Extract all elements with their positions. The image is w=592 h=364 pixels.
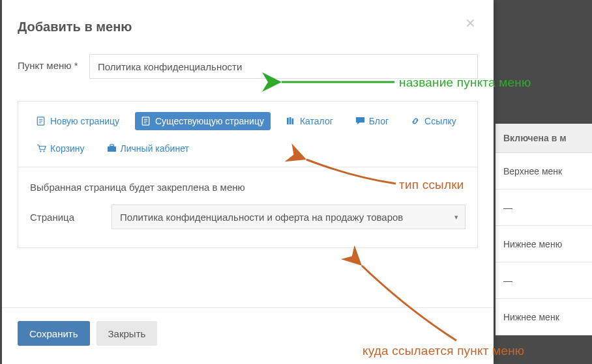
link-type-panel: Новую страницу Существующую страницу Кат… [18, 101, 478, 248]
tab-label: Ссылку [424, 116, 456, 126]
close-icon[interactable]: × [466, 14, 475, 31]
tab-label: Каталог [300, 116, 333, 126]
annotation-link-type: тип ссылки [399, 178, 464, 192]
page-select-value: Политика конфиденциальности и оферта на … [120, 212, 403, 223]
link-type-tabs: Новую страницу Существующую страницу Кат… [18, 102, 477, 167]
briefcase-icon [107, 144, 117, 153]
background-table: Включена в м Верхнее менк — Нижнее меню … [496, 124, 592, 335]
tab-existing-page[interactable]: Существующую страницу [135, 112, 271, 130]
link-icon [411, 117, 421, 126]
bg-table-row: — [496, 189, 592, 226]
svg-rect-10 [291, 119, 293, 124]
menu-item-label: Пункт меню * [18, 54, 89, 72]
svg-rect-14 [110, 145, 113, 147]
svg-rect-9 [289, 117, 291, 124]
tab-label: Новую страницу [50, 116, 119, 126]
svg-rect-8 [287, 118, 289, 124]
tab-label: Существующую страницу [155, 116, 264, 126]
comment-icon [355, 117, 365, 126]
tab-label: Личный кабинет [121, 143, 189, 154]
svg-point-12 [43, 150, 44, 152]
tab-link[interactable]: Ссылку [404, 112, 463, 130]
close-button[interactable]: Закрыть [96, 321, 158, 346]
tab-new-page[interactable]: Новую страницу [30, 112, 126, 130]
save-button[interactable]: Сохранить [18, 321, 90, 346]
svg-rect-13 [108, 147, 116, 152]
page-select[interactable]: Политика конфиденциальности и оферта на … [111, 204, 466, 229]
annotation-menu-name: название пункта меню [399, 76, 531, 90]
tab-label: Блог [369, 116, 389, 126]
svg-point-11 [40, 150, 41, 152]
tab-cart[interactable]: Корзину [30, 139, 91, 158]
books-icon [286, 117, 296, 126]
modal-title: Добавить в меню [18, 20, 475, 35]
bg-table-row: Нижнее менк [496, 299, 592, 335]
page-select-label: Страница [30, 212, 111, 223]
tab-label: Корзину [50, 143, 85, 154]
bg-table-row: — [496, 262, 592, 299]
modal-header: Добавить в меню × [2, 0, 494, 50]
bg-table-row: Нижнее меню [496, 226, 592, 262]
file-icon [141, 117, 151, 126]
file-icon [37, 117, 46, 126]
bg-table-row: Верхнее менк [496, 153, 592, 189]
cart-icon [37, 144, 46, 153]
bg-table-header: Включена в м [496, 124, 592, 153]
annotation-target: куда ссылается пункт меню [363, 344, 524, 358]
tab-account[interactable]: Личный кабинет [100, 139, 196, 158]
tab-blog[interactable]: Блог [349, 112, 395, 130]
tab-catalog[interactable]: Каталог [280, 112, 340, 130]
page-select-row: Страница Политика конфиденциальности и о… [30, 204, 466, 229]
